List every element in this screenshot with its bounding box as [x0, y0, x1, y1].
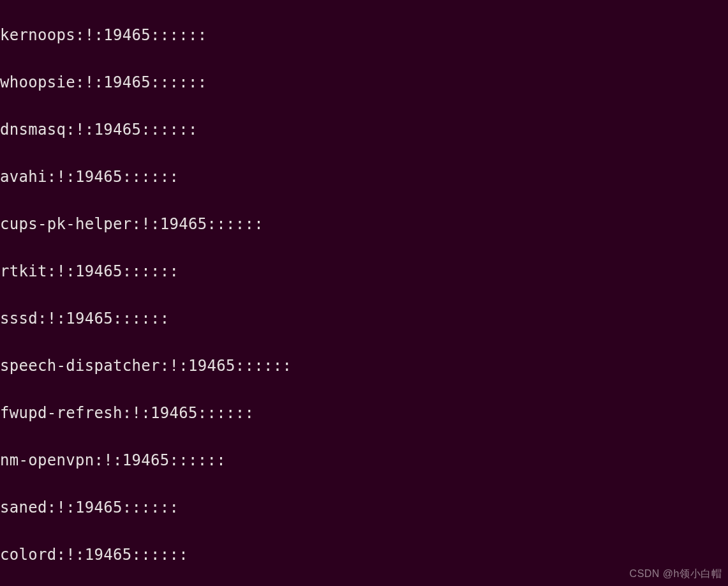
shadow-line-colord: colord:!:19465:::::: — [0, 543, 728, 567]
shadow-line-saned: saned:!:19465:::::: — [0, 496, 728, 520]
shadow-line-rtkit: rtkit:!:19465:::::: — [0, 260, 728, 283]
watermark-text: CSDN @h领小白帽 — [630, 567, 722, 581]
shadow-line-whoopsie: whoopsie:!:19465:::::: — [0, 71, 728, 94]
terminal-output[interactable]: kernoops:!:19465:::::: whoopsie:!:19465:… — [0, 0, 728, 586]
shadow-line-speech-dispatcher: speech-dispatcher:!:19465:::::: — [0, 354, 728, 378]
shadow-line-avahi: avahi:!:19465:::::: — [0, 165, 728, 189]
shadow-line-sssd: sssd:!:19465:::::: — [0, 307, 728, 331]
shadow-line-dnsmasq: dnsmasq:!:19465:::::: — [0, 118, 728, 142]
shadow-line-nm-openvpn: nm-openvpn:!:19465:::::: — [0, 449, 728, 472]
shadow-line-fwupd-refresh: fwupd-refresh:!:19465:::::: — [0, 402, 728, 425]
shadow-line-kernoops: kernoops:!:19465:::::: — [0, 24, 728, 47]
shadow-line-cups-pk-helper: cups-pk-helper:!:19465:::::: — [0, 213, 728, 236]
